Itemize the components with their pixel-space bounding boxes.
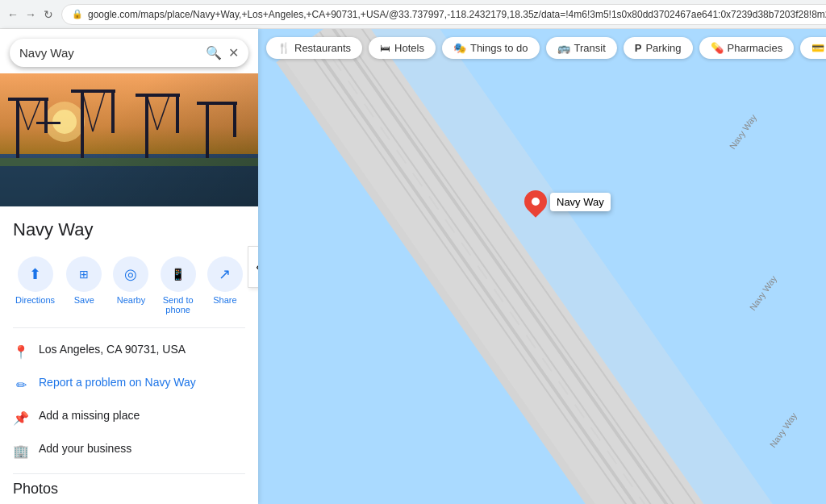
atms-filter[interactable]: 💳 ATMs	[800, 37, 826, 59]
svg-rect-23	[0, 158, 258, 166]
svg-rect-17	[176, 97, 179, 133]
svg-rect-24	[0, 166, 258, 206]
filter-bar: 🍴 Restaurants 🛏 Hotels 🎭 Things to do 🚌 …	[266, 37, 826, 59]
place-name: Navy Way	[13, 219, 245, 240]
share-icon: ↗	[207, 256, 243, 292]
svg-rect-10	[81, 90, 84, 162]
search-bar: 🔍 ✕	[10, 39, 248, 67]
photos-title: Photos	[13, 481, 245, 498]
atms-icon: 💳	[811, 42, 824, 54]
parking-label: Parking	[645, 42, 681, 54]
transit-label: Transit	[574, 42, 606, 54]
hotels-label: Hotels	[394, 42, 424, 54]
directions-button[interactable]: ⬆ Directions	[15, 256, 55, 314]
browser-controls: ← → ↻	[6, 8, 55, 21]
svg-line-13	[82, 91, 93, 131]
directions-label: Directions	[15, 295, 55, 305]
report-problem-text: Report a problem on Navy Way	[39, 376, 196, 389]
save-button[interactable]: ⊞ Save	[66, 256, 102, 314]
edit-icon: ✏	[13, 377, 29, 393]
things-to-do-icon: 🎭	[453, 42, 466, 54]
svg-rect-4	[16, 98, 19, 162]
restaurants-icon: 🍴	[277, 42, 290, 54]
back-button[interactable]: ←	[6, 8, 19, 21]
transit-filter[interactable]: 🚌 Transit	[546, 37, 617, 59]
report-problem-item[interactable]: ✏ Report a problem on Navy Way	[13, 368, 245, 401]
svg-line-9	[28, 99, 40, 130]
collapse-panel-button[interactable]: ‹	[248, 246, 258, 288]
nearby-icon: ◎	[113, 256, 148, 292]
address-text: Los Angeles, CA 90731, USA	[39, 343, 186, 356]
address-bar[interactable]: 🔒 google.com/maps/place/Navy+Way,+Los+An…	[61, 4, 826, 25]
send-to-phone-button[interactable]: 📱 Send to phone	[161, 256, 196, 314]
svg-rect-5	[8, 98, 48, 101]
transit-icon: 🚌	[557, 42, 570, 54]
restaurants-filter[interactable]: 🍴 Restaurants	[266, 37, 362, 59]
svg-rect-7	[36, 122, 60, 124]
directions-icon: ⬆	[18, 256, 53, 292]
map-svg: Navy Way Navy Way Navy Way	[258, 29, 826, 504]
close-icon[interactable]: ✕	[228, 45, 239, 60]
svg-rect-11	[71, 90, 115, 93]
main-container: 🔍 ✕	[0, 29, 826, 504]
hotels-icon: 🛏	[380, 42, 390, 54]
action-buttons: ⬆ Directions ⊞ Save ◎ Nearby 📱 Send to p…	[0, 256, 258, 327]
save-label: Save	[74, 295, 94, 305]
add-business-icon: 🏢	[13, 443, 29, 459]
pharmacies-label: Pharmacies	[728, 42, 783, 54]
send-to-phone-icon: 📱	[161, 256, 196, 292]
svg-rect-16	[136, 94, 180, 97]
things-to-do-filter[interactable]: 🎭 Things to do	[442, 37, 540, 59]
map-pin[interactable]: Navy Way	[524, 190, 611, 213]
pin-marker	[519, 185, 552, 218]
parking-icon: P	[635, 42, 642, 54]
add-place-icon: 📌	[13, 410, 29, 426]
share-label: Share	[213, 295, 236, 305]
place-info: Navy Way	[0, 206, 258, 256]
svg-point-3	[52, 110, 77, 134]
browser-chrome: ← → ↻ 🔒 google.com/maps/place/Navy+Way,+…	[0, 0, 826, 29]
svg-rect-0	[0, 73, 258, 206]
svg-rect-21	[197, 102, 237, 105]
svg-rect-22	[233, 105, 236, 137]
add-business-item[interactable]: 🏢 Add your business	[13, 434, 245, 467]
things-to-do-label: Things to do	[470, 42, 528, 54]
send-to-phone-label: Send to phone	[163, 295, 194, 314]
svg-line-18	[147, 95, 157, 130]
save-icon: ⊞	[66, 256, 102, 292]
add-missing-place-text: Add a missing place	[39, 409, 140, 422]
search-input[interactable]	[19, 46, 199, 60]
place-hero-image	[0, 73, 258, 206]
location-icon: 📍	[13, 344, 29, 360]
pharmacies-icon: 💊	[711, 42, 724, 54]
share-button[interactable]: ↗ Share	[207, 256, 243, 314]
svg-line-14	[93, 91, 105, 131]
info-section: 📍 Los Angeles, CA 90731, USA ✏ Report a …	[0, 328, 258, 473]
nearby-label: Nearby	[117, 295, 145, 305]
reload-button[interactable]: ↻	[42, 8, 55, 21]
svg-point-2	[44, 102, 85, 142]
parking-filter[interactable]: P Parking	[624, 37, 693, 59]
lock-icon: 🔒	[72, 9, 83, 19]
add-missing-place-item[interactable]: 📌 Add a missing place	[13, 401, 245, 434]
left-panel: 🔍 ✕	[0, 29, 258, 504]
pin-label: Navy Way	[550, 193, 611, 211]
svg-rect-1	[0, 154, 258, 206]
restaurants-label: Restaurants	[294, 42, 351, 54]
forward-button[interactable]: →	[24, 8, 37, 21]
map-area[interactable]: 🍴 Restaurants 🛏 Hotels 🎭 Things to do 🚌 …	[258, 29, 826, 504]
address-item[interactable]: 📍 Los Angeles, CA 90731, USA	[13, 335, 245, 368]
svg-line-19	[157, 95, 169, 130]
svg-line-8	[18, 99, 28, 130]
add-business-text: Add your business	[39, 442, 131, 455]
hotels-filter[interactable]: 🛏 Hotels	[369, 37, 436, 59]
nearby-button[interactable]: ◎ Nearby	[113, 256, 148, 314]
collapse-icon: ‹	[256, 260, 258, 274]
search-icon[interactable]: 🔍	[206, 45, 222, 60]
pharmacies-filter[interactable]: 💊 Pharmacies	[699, 37, 795, 59]
photos-section: Photos	[0, 474, 258, 504]
svg-rect-6	[44, 101, 48, 133]
svg-rect-15	[145, 94, 148, 162]
svg-rect-12	[111, 93, 115, 133]
svg-rect-20	[206, 102, 209, 162]
